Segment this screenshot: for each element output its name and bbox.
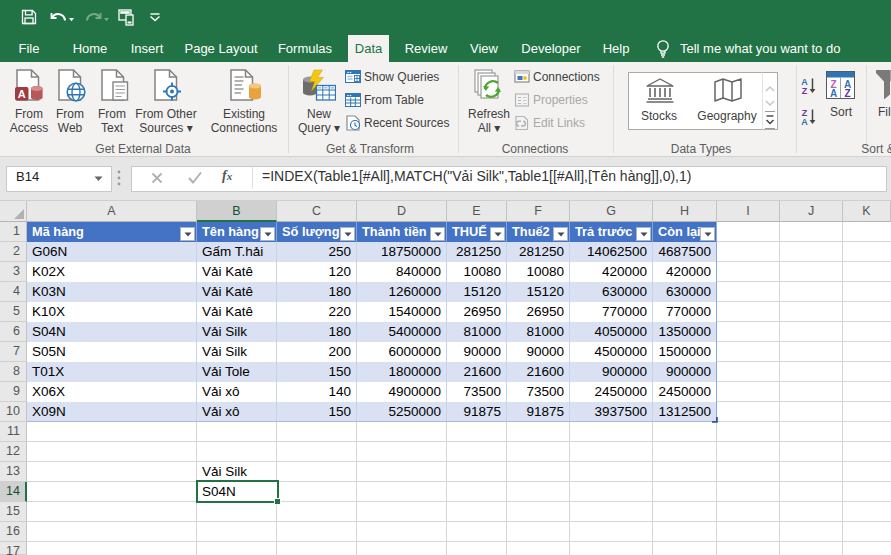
svg-text:A: A <box>830 88 837 99</box>
svg-text:A: A <box>801 117 808 126</box>
svg-text:Z: Z <box>802 86 808 95</box>
svg-text:A: A <box>18 88 26 100</box>
svg-text:Z: Z <box>844 88 850 99</box>
